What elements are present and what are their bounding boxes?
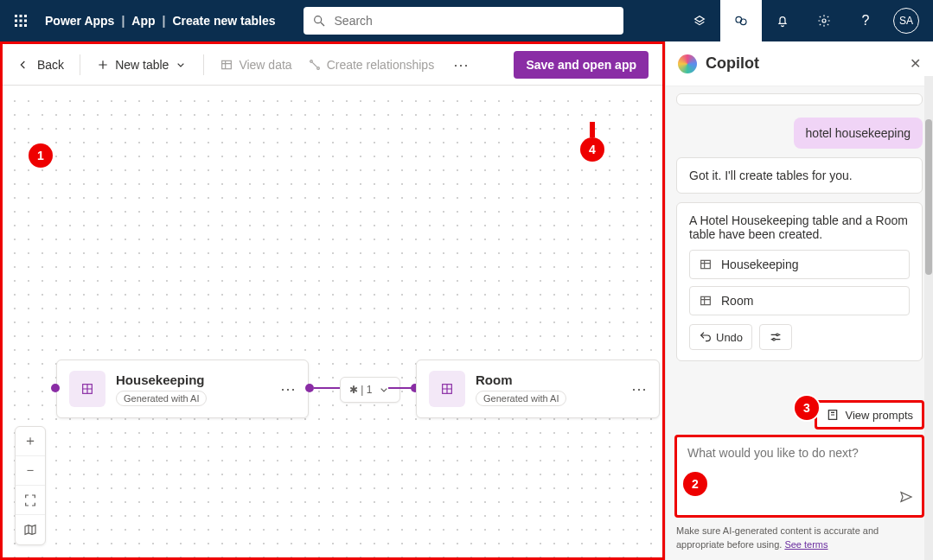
svg-rect-2 bbox=[24, 15, 27, 17]
copilot-logo-icon bbox=[678, 54, 697, 73]
app-launcher-button[interactable] bbox=[7, 7, 35, 35]
copilot-header: Copilot ✕ bbox=[666, 41, 933, 86]
environment-icon bbox=[693, 14, 706, 28]
annotation-badge-4: 4 bbox=[580, 137, 604, 162]
svg-point-12 bbox=[740, 19, 746, 25]
canvas-toolbar: Back New table View data Create relation… bbox=[3, 44, 662, 86]
fit-to-screen-button[interactable] bbox=[16, 486, 45, 515]
send-icon bbox=[899, 490, 913, 504]
new-table-button[interactable]: New table bbox=[96, 58, 188, 72]
relationship-label: ✱ | 1 bbox=[349, 384, 372, 396]
canvas-zoom-controls: ＋ － bbox=[15, 426, 46, 545]
undo-button[interactable]: Undo bbox=[689, 324, 752, 350]
global-search[interactable] bbox=[304, 7, 623, 35]
copilot-scrollbar-thumb[interactable] bbox=[925, 119, 932, 275]
copilot-title: Copilot bbox=[706, 54, 759, 73]
back-label: Back bbox=[37, 58, 64, 72]
breadcrumb-app[interactable]: App bbox=[131, 14, 155, 28]
breadcrumb-app-name[interactable]: Power Apps bbox=[45, 14, 114, 28]
table-card-title: Room bbox=[476, 372, 566, 387]
undo-icon bbox=[699, 330, 713, 344]
copilot-chat-thread: hotel housekeeping Got it. I'll create t… bbox=[666, 86, 933, 397]
environment-button[interactable] bbox=[679, 0, 720, 41]
fit-icon bbox=[23, 493, 37, 507]
chevron-down-icon bbox=[174, 58, 188, 72]
global-header: Power Apps | App | Create new tables ? S… bbox=[0, 0, 933, 41]
copilot-toggle-button[interactable] bbox=[720, 0, 762, 41]
annotation-badge-1: 1 bbox=[29, 143, 53, 168]
settings-button[interactable] bbox=[803, 0, 845, 41]
svg-rect-14 bbox=[222, 60, 232, 68]
ai-generated-badge: Generated with AI bbox=[116, 391, 207, 406]
copilot-scrollbar[interactable] bbox=[924, 76, 933, 560]
table-card-icon bbox=[69, 371, 105, 407]
relationship-cardinality-pill[interactable]: ✱ | 1 bbox=[340, 377, 400, 403]
table-card-body: Housekeeping Generated with AI bbox=[116, 372, 207, 406]
toolbar-divider bbox=[80, 54, 80, 75]
table-card-menu-button[interactable]: ⋯ bbox=[265, 379, 296, 398]
svg-rect-7 bbox=[20, 24, 22, 27]
chat-user-message: hotel housekeeping bbox=[794, 118, 923, 149]
table-icon bbox=[220, 58, 233, 72]
suggested-table-label: Room bbox=[721, 294, 753, 308]
zoom-in-button[interactable]: ＋ bbox=[16, 427, 45, 456]
save-and-open-app-button[interactable]: Save and open app bbox=[514, 51, 649, 79]
table-card-housekeeping[interactable]: Housekeeping Generated with AI ⋯ bbox=[56, 360, 309, 418]
view-prompts-label: View prompts bbox=[845, 409, 913, 422]
annotation-badge-3: 3 bbox=[795, 396, 819, 420]
view-data-label: View data bbox=[239, 58, 291, 72]
copilot-close-button[interactable]: ✕ bbox=[910, 55, 921, 72]
copilot-disclaimer: Make sure AI-generated content is accura… bbox=[666, 525, 933, 560]
toolbar-divider bbox=[203, 54, 204, 75]
copilot-input[interactable] bbox=[686, 444, 913, 486]
chat-ai-message: Got it. I'll create tables for you. bbox=[676, 157, 923, 194]
header-actions: ? SA bbox=[679, 0, 926, 41]
help-icon: ? bbox=[862, 13, 870, 29]
back-button[interactable]: Back bbox=[16, 58, 64, 72]
relationship-icon bbox=[308, 58, 322, 72]
svg-point-15 bbox=[310, 60, 312, 62]
breadcrumb-sep: | bbox=[163, 14, 166, 28]
help-button[interactable]: ? bbox=[845, 0, 886, 41]
adjust-button[interactable] bbox=[759, 324, 792, 350]
copilot-pane: Copilot ✕ hotel housekeeping Got it. I'l… bbox=[665, 41, 933, 560]
user-avatar[interactable]: SA bbox=[893, 8, 919, 34]
suggested-table-chip[interactable]: Room bbox=[689, 286, 910, 315]
table-card-body: Room Generated with AI bbox=[476, 372, 566, 406]
suggested-table-chip[interactable]: Housekeeping bbox=[689, 250, 910, 279]
copilot-compose-box bbox=[674, 435, 924, 518]
view-prompts-button[interactable]: View prompts bbox=[815, 400, 924, 430]
connection-port[interactable] bbox=[51, 384, 60, 392]
minimap-button[interactable] bbox=[16, 515, 45, 544]
notifications-button[interactable] bbox=[762, 0, 803, 41]
create-relationships-button[interactable]: Create relationships bbox=[308, 58, 435, 72]
table-card-room[interactable]: Room Generated with AI ⋯ bbox=[416, 360, 660, 418]
breadcrumb: Power Apps | App | Create new tables bbox=[45, 14, 276, 28]
canvas-surface[interactable] bbox=[3, 89, 662, 557]
table-card-icon bbox=[429, 371, 465, 407]
previous-message-edge bbox=[676, 93, 923, 105]
view-data-button[interactable]: View data bbox=[220, 58, 291, 72]
new-table-label: New table bbox=[115, 58, 169, 72]
chat-ai-message: A Hotel Housekeeping table and a Room ta… bbox=[676, 202, 923, 361]
see-terms-link[interactable]: See terms bbox=[784, 539, 828, 550]
sliders-icon bbox=[769, 330, 783, 344]
chat-ai-text: A Hotel Housekeeping table and a Room ta… bbox=[689, 213, 910, 241]
main-layout: Back New table View data Create relation… bbox=[0, 41, 933, 560]
gear-icon bbox=[817, 14, 831, 28]
breadcrumb-page: Create new tables bbox=[172, 14, 275, 28]
svg-rect-0 bbox=[15, 15, 17, 17]
search-icon bbox=[312, 14, 326, 28]
svg-rect-8 bbox=[24, 24, 27, 27]
zoom-out-button[interactable]: － bbox=[16, 456, 45, 486]
send-button[interactable] bbox=[899, 490, 913, 508]
bell-icon bbox=[776, 14, 789, 28]
toolbar-overflow-button[interactable]: ⋯ bbox=[450, 55, 472, 74]
plus-icon bbox=[96, 58, 110, 72]
chevron-down-icon bbox=[377, 383, 391, 397]
connection-port[interactable] bbox=[305, 384, 314, 392]
svg-rect-5 bbox=[24, 20, 27, 22]
search-input[interactable] bbox=[333, 13, 615, 29]
ai-generated-badge: Generated with AI bbox=[476, 391, 566, 406]
table-card-menu-button[interactable]: ⋯ bbox=[616, 379, 647, 398]
